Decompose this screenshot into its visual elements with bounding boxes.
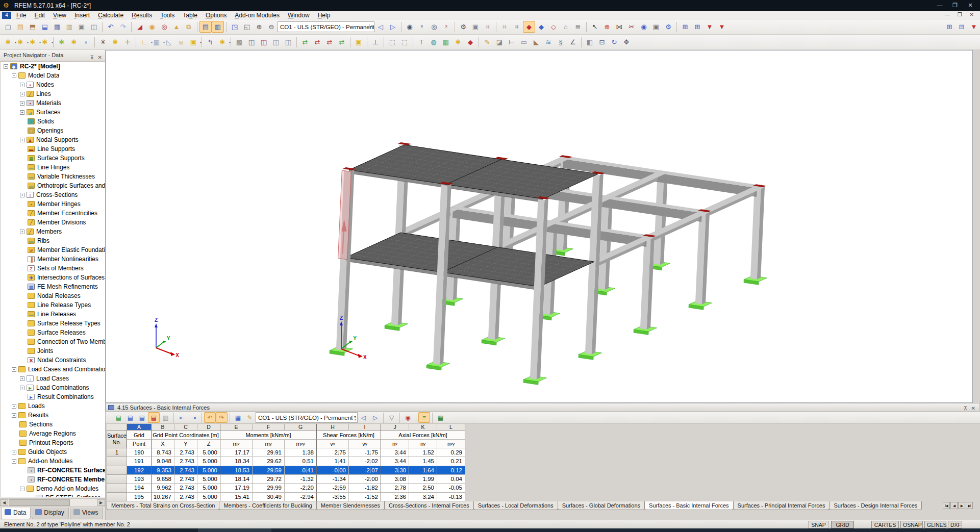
result-tab-cross-sections-internal-forces[interactable]: Cross-Sections - Internal Forces <box>384 501 474 510</box>
edit2-icon[interactable]: ✎ <box>481 36 493 48</box>
zoom-in-icon[interactable]: ⊕ <box>253 21 265 33</box>
data-cell[interactable]: 29.91 <box>253 448 285 457</box>
tree-item-model-data[interactable]: −Model Data <box>1 71 105 80</box>
mesh2-icon[interactable]: ⌗ <box>511 21 523 33</box>
info-icon[interactable]: ◉ <box>638 21 650 33</box>
sel-dash-icon[interactable]: ⬚ <box>386 36 398 48</box>
tree-item-printout-reports[interactable]: Printout Reports <box>1 438 105 447</box>
note-icon[interactable]: ▭ <box>518 36 530 48</box>
mirror-icon[interactable]: ⋈ <box>613 21 625 33</box>
data-cell[interactable]: 29.59 <box>253 466 285 475</box>
data-cell[interactable]: 10.267 <box>152 493 174 501</box>
minimize-button[interactable]: — <box>932 0 947 11</box>
level-icon[interactable]: ≋ <box>542 36 555 48</box>
window2-icon[interactable]: ⊞ <box>691 21 703 33</box>
collapse-icon[interactable]: − <box>4 64 8 69</box>
data-cell[interactable]: 5.000 <box>197 493 220 501</box>
case-prev-icon[interactable]: ◁ <box>358 412 369 423</box>
menu-results[interactable]: Results <box>128 11 156 19</box>
cut-icon[interactable]: ✂ <box>625 21 638 33</box>
tbl-edit-icon[interactable]: ▤ <box>148 412 160 423</box>
erase-icon[interactable]: ◪ <box>493 36 506 48</box>
col-right-icon[interactable]: ⇥ <box>188 412 199 423</box>
move2-icon[interactable]: ◆ <box>535 21 547 33</box>
cone2-icon[interactable]: ▼ <box>716 21 728 33</box>
data-cell[interactable]: 195 <box>127 493 152 501</box>
data-cell[interactable]: 29.72 <box>253 475 285 484</box>
data-cell[interactable]: 9.353 <box>152 466 174 475</box>
tableg-icon[interactable]: ▦ <box>440 36 452 48</box>
chart-icon[interactable]: ≡ <box>418 412 430 423</box>
tree-item-line-release-types[interactable]: Line Release Types <box>1 300 105 310</box>
tree-item-rf-steel-surfaces-s[interactable]: ▣RF-STEEL Surfaces - S <box>1 493 105 497</box>
data-cell[interactable]: 2.36 <box>381 493 409 501</box>
layers-icon[interactable]: ≣ <box>572 21 584 33</box>
menu-file[interactable]: File <box>12 11 30 19</box>
tbl-add-icon[interactable]: ▤ <box>124 412 136 423</box>
menu-help[interactable]: Help <box>314 11 335 19</box>
data-cell[interactable]: 5.000 <box>197 475 220 484</box>
gears-icon[interactable]: ⚙ <box>662 21 674 33</box>
photo-icon[interactable]: ▣ <box>650 21 662 33</box>
expand-icon[interactable]: + <box>12 450 16 454</box>
expand-icon[interactable]: + <box>20 376 24 381</box>
box2-icon[interactable]: ◫ <box>282 36 294 48</box>
weld-icon[interactable]: ◣ <box>530 36 542 48</box>
next-case-icon[interactable]: ▷ <box>387 21 399 33</box>
data-cell[interactable]: 0.04 <box>437 475 465 484</box>
data-cell[interactable]: -1.34 <box>317 475 349 484</box>
data-cell[interactable]: -3.55 <box>317 493 349 501</box>
data-cell[interactable]: -2.02 <box>349 457 381 466</box>
data-cell[interactable]: -0.13 <box>437 493 465 501</box>
data-cell[interactable]: 1.99 <box>409 475 437 484</box>
fit-icon[interactable]: ⊡ <box>596 36 608 48</box>
delete-box-icon[interactable]: ▣ <box>353 36 365 48</box>
show-values-icon[interactable]: ◉ <box>404 21 416 33</box>
open-icon[interactable]: ▤ <box>14 21 27 33</box>
data-cell[interactable]: 5.000 <box>197 457 220 466</box>
scroll-right-icon[interactable]: ▶ <box>97 499 105 506</box>
table-view-icon[interactable]: ▤ <box>199 21 212 33</box>
menu-tools[interactable]: Tools <box>156 11 179 19</box>
preview-icon[interactable]: ◫ <box>88 21 100 33</box>
filter-icon[interactable]: ▽ <box>386 412 397 423</box>
collapse-icon[interactable]: − <box>20 487 24 491</box>
menu-insert[interactable]: Insert <box>70 11 94 19</box>
expand-icon[interactable]: + <box>20 230 24 234</box>
data-cell[interactable]: -0.05 <box>437 484 465 492</box>
move-icon[interactable]: ◆ <box>523 21 535 33</box>
move3-icon[interactable]: ◇ <box>547 21 560 33</box>
table-case-combo[interactable]: CO1 - ULS (STR/GEO) - Permanent ,▾ <box>256 412 358 423</box>
sect-icon[interactable]: § <box>555 36 567 48</box>
print-icon[interactable]: ▣ <box>76 21 88 33</box>
menu-table[interactable]: Table <box>179 11 202 19</box>
prev-case-icon[interactable]: ◁ <box>374 21 387 33</box>
tree-item-surface-release-types[interactable]: Surface Release Types <box>1 319 105 328</box>
table-tab-nav[interactable]: I◀◀▶▶I <box>943 502 973 509</box>
status-toggle-cartes[interactable]: CARTES <box>871 521 899 528</box>
data-cell[interactable]: 2.743 <box>174 466 197 475</box>
navigator-tab-views[interactable]: Views <box>70 508 103 519</box>
load-case-combo[interactable]: CO1 - ULS (STR/GEO) - Permanent / tra▾ <box>278 21 374 32</box>
node-dim-icon[interactable]: ✱▾ <box>39 36 51 48</box>
node-del-icon[interactable]: ✳ <box>97 36 109 48</box>
node-move-icon[interactable]: ✱ <box>68 36 80 48</box>
navigator-tab-display[interactable]: Display <box>32 508 68 519</box>
data-cell[interactable]: 0.21 <box>437 457 465 466</box>
data-cell[interactable]: 15.41 <box>220 493 253 501</box>
swap-red-icon[interactable]: ⇄ <box>311 36 323 48</box>
data-cell[interactable]: 191 <box>127 457 152 466</box>
corner-icon[interactable]: ∟▾ <box>138 36 150 48</box>
tree-item-sets-of-members[interactable]: ZSets of Members <box>1 264 105 273</box>
tree-item-nodal-releases[interactable]: Nodal Releases <box>1 291 105 300</box>
data-cell[interactable]: 2.743 <box>174 484 197 492</box>
data-cell[interactable]: -2.20 <box>285 484 317 492</box>
data-cell[interactable]: 1.52 <box>409 448 437 457</box>
data-cell[interactable]: 9.658 <box>152 475 174 484</box>
status-toggle-glines[interactable]: GLINES <box>924 521 946 528</box>
data-cell[interactable]: -1.32 <box>285 475 317 484</box>
data-cell[interactable]: 5.000 <box>197 484 220 492</box>
menu-edit[interactable]: Edit <box>30 11 49 19</box>
tree-item-average-regions[interactable]: Average Regions <box>1 429 105 438</box>
data-cell[interactable]: 0.29 <box>437 448 465 457</box>
